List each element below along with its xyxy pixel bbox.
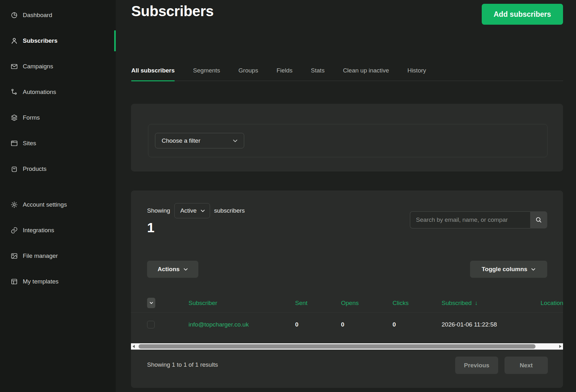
pagination: Previous Next [455, 357, 548, 374]
tab-groups[interactable]: Groups [238, 67, 258, 81]
showing-suffix-label: subscribers [214, 207, 245, 214]
sidebar-item-file-manager[interactable]: File manager [0, 248, 116, 264]
shopping-bag-icon [10, 165, 18, 173]
page-title: Subscribers [131, 3, 214, 20]
sidebar-item-label: Integrations [23, 227, 54, 234]
layers-icon [10, 114, 18, 121]
tab-history[interactable]: History [407, 67, 426, 81]
tab-clean-up-inactive[interactable]: Clean up inactive [343, 67, 389, 81]
previous-page-button[interactable]: Previous [455, 357, 498, 374]
opens-cell: 0 [341, 313, 344, 337]
sidebar-item-label: Account settings [23, 201, 67, 208]
actions-dropdown-button[interactable]: Actions [147, 261, 198, 278]
person-icon [10, 37, 18, 45]
next-page-button[interactable]: Next [505, 357, 548, 374]
chevron-down-icon [531, 268, 536, 271]
sidebar-item-label: Products [23, 165, 46, 172]
toggle-columns-dropdown-button[interactable]: Toggle columns [470, 261, 547, 278]
sidebar-item-label: File manager [23, 252, 58, 259]
subscribed-date-cell: 2026-01-06 11:22:58 [442, 313, 497, 337]
tab-fields[interactable]: Fields [276, 67, 293, 81]
sidebar-item-label: My templates [23, 278, 59, 285]
sidebar-item-dashboard[interactable]: Dashboard [0, 8, 116, 23]
workflow-icon [10, 88, 18, 96]
sidebar-item-label: Subscribers [23, 37, 58, 44]
scroll-left-arrow-icon[interactable] [133, 345, 135, 348]
image-icon [10, 252, 18, 260]
sidebar-section-divider [0, 187, 116, 197]
subscriber-email-cell: info@topcharger.co.uk [189, 313, 249, 337]
sidebar-item-label: Sites [23, 140, 36, 147]
sidebar-item-label: Campaigns [23, 63, 53, 70]
main-content: Subscribers Add subscribers All subscrib… [116, 0, 576, 392]
subscriber-email-link[interactable]: info@topcharger.co.uk [189, 321, 249, 328]
showing-prefix-label: Showing [147, 207, 170, 214]
sort-descending-icon: ↓ [475, 300, 478, 306]
horizontal-scrollbar[interactable] [131, 343, 563, 350]
tab-stats[interactable]: Stats [311, 67, 325, 81]
chevron-down-icon [150, 302, 153, 304]
filter-box: Choose a filter [148, 124, 548, 157]
sidebar-item-subscribers[interactable]: Subscribers [0, 33, 116, 48]
scroll-right-arrow-icon[interactable] [559, 345, 561, 348]
column-header-subscriber[interactable]: Subscriber [189, 294, 217, 313]
browser-icon [10, 140, 18, 147]
row-checkbox[interactable] [147, 321, 155, 328]
chevron-down-icon [183, 268, 188, 271]
choose-filter-dropdown[interactable]: Choose a filter [155, 133, 244, 148]
filter-panel: Choose a filter [131, 104, 563, 171]
sidebar-item-forms[interactable]: Forms [0, 110, 116, 125]
subscriber-status-dropdown[interactable]: Active [174, 203, 210, 218]
choose-filter-label: Choose a filter [162, 137, 201, 144]
tab-all-subscribers[interactable]: All subscribers [131, 67, 175, 81]
column-header-location[interactable]: Location [541, 294, 563, 313]
column-header-opens[interactable]: Opens [341, 294, 359, 313]
column-header-subscribed[interactable]: Subscribed↓ [442, 294, 478, 313]
link-icon [10, 227, 18, 234]
sent-cell: 0 [295, 313, 299, 337]
toggle-columns-label: Toggle columns [482, 266, 527, 273]
column-header-sent[interactable]: Sent [295, 294, 307, 313]
sidebar-item-label: Forms [23, 114, 40, 121]
sidebar-item-label: Automations [23, 89, 56, 96]
sidebar-item-account-settings[interactable]: Account settings [0, 197, 116, 212]
sidebar-item-sites[interactable]: Sites [0, 136, 116, 151]
clicks-cell: 0 [393, 313, 396, 337]
add-subscribers-button[interactable]: Add subscribers [482, 4, 563, 25]
sidebar-item-my-templates[interactable]: My templates [0, 274, 116, 289]
results-summary: Showing 1 to 1 of 1 results [147, 361, 218, 368]
search-button[interactable] [530, 211, 547, 228]
column-header-clicks[interactable]: Clicks [393, 294, 409, 313]
sidebar-item-automations[interactable]: Automations [0, 84, 116, 100]
select-all-dropdown-checkbox[interactable] [147, 298, 155, 308]
envelope-icon [10, 63, 18, 70]
actions-label: Actions [158, 266, 180, 273]
search-input[interactable] [410, 211, 530, 228]
tab-bar: All subscribers Segments Groups Fields S… [131, 67, 563, 81]
sidebar-item-integrations[interactable]: Integrations [0, 223, 116, 238]
subscriber-count: 1 [147, 220, 154, 235]
status-value: Active [180, 207, 197, 214]
scrollbar-thumb[interactable] [139, 344, 536, 349]
table-row: info@topcharger.co.uk 0 0 0 2026-01-06 1… [131, 313, 563, 337]
pie-chart-icon [10, 11, 18, 19]
subscribers-list-panel: Showing Active subscribers 1 Actions [131, 190, 563, 388]
chevron-down-icon [201, 209, 205, 212]
sidebar: Dashboard Subscribers Campaigns Automati… [0, 0, 116, 392]
showing-row: Showing Active subscribers [147, 203, 245, 218]
template-icon [10, 278, 18, 285]
sidebar-item-label: Dashboard [23, 12, 52, 19]
gear-icon [10, 201, 18, 208]
chevron-down-icon [233, 139, 238, 142]
table-header-row: Subscriber Sent Opens Clicks Subscribed↓… [131, 294, 563, 313]
sidebar-item-campaigns[interactable]: Campaigns [0, 59, 116, 74]
sidebar-item-products[interactable]: Products [0, 161, 116, 177]
search-bar [410, 211, 547, 228]
tab-segments[interactable]: Segments [193, 67, 220, 81]
search-icon [535, 216, 542, 223]
